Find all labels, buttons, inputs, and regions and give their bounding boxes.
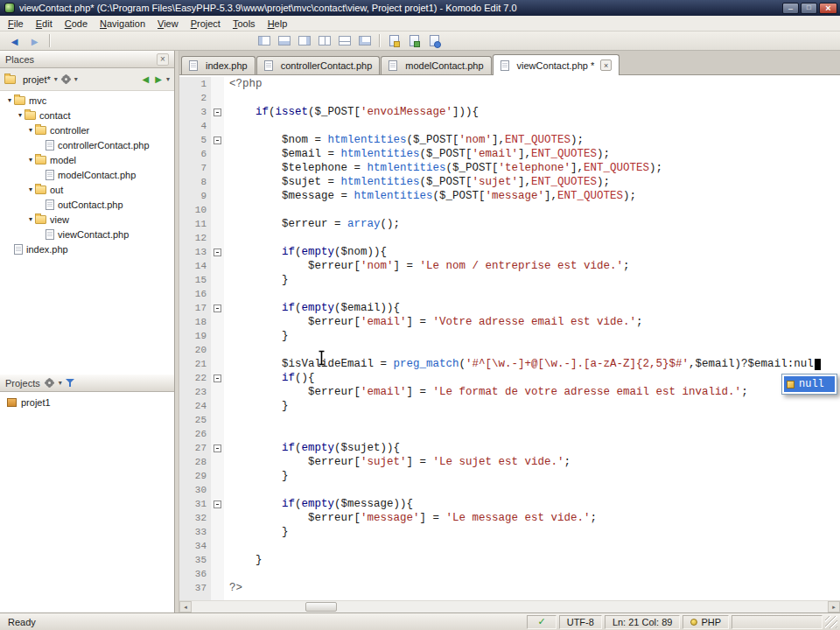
toggle-left-pane-button[interactable] xyxy=(255,33,273,49)
preview-browser-button[interactable] xyxy=(425,33,444,49)
tree-item-mvc[interactable]: mvc xyxy=(0,93,174,108)
chevron-down-icon[interactable] xyxy=(54,75,58,83)
code-text[interactable]: if(empty($email)){ xyxy=(224,301,400,315)
code-text[interactable]: } xyxy=(224,273,289,287)
code-text[interactable]: if(empty($message)){ xyxy=(224,497,413,511)
code-text[interactable]: } xyxy=(224,553,262,567)
code-text[interactable]: $email = htmlentities($_POST['email'],EN… xyxy=(224,147,610,161)
places-back-icon[interactable] xyxy=(141,74,151,84)
syntax-check-segment[interactable] xyxy=(527,615,556,629)
menu-project[interactable]: Project xyxy=(185,17,227,31)
tree-item-out[interactable]: out xyxy=(0,182,174,197)
code-text[interactable]: } xyxy=(224,329,289,343)
fold-marker-icon[interactable] xyxy=(214,108,221,116)
language-indicator[interactable]: PHP xyxy=(682,615,729,629)
fold-marker-icon[interactable] xyxy=(214,374,221,382)
split-horizontal-button[interactable] xyxy=(335,33,354,49)
code-text[interactable] xyxy=(224,483,229,497)
twisty-expanded-icon[interactable] xyxy=(26,186,35,193)
tree-item-outcontact-php[interactable]: outContact.php xyxy=(0,197,174,212)
code-text[interactable]: if(empty($nom)){ xyxy=(224,245,387,259)
chevron-down-icon[interactable] xyxy=(166,75,170,83)
code-text[interactable]: $isValideEmail = preg_match('#^[\w.-]+@[… xyxy=(224,357,821,371)
open-file-button[interactable] xyxy=(385,33,403,49)
tab-index-php[interactable]: index.php xyxy=(181,56,256,74)
twisty-expanded-icon[interactable] xyxy=(26,126,35,134)
autocomplete-item-null[interactable]: null xyxy=(784,376,835,392)
code-text[interactable]: $erreur['email'] = 'Votre adresse email … xyxy=(224,315,643,329)
tab-close-icon[interactable] xyxy=(600,60,612,71)
chevron-down-icon[interactable] xyxy=(74,75,78,83)
fold-marker-icon[interactable] xyxy=(214,304,221,312)
twisty-expanded-icon[interactable] xyxy=(26,215,35,223)
show-all-panes-button[interactable] xyxy=(355,33,374,49)
tree-item-controllercontact-php[interactable]: controllerContact.php xyxy=(0,137,174,152)
menu-navigation[interactable]: Navigation xyxy=(94,17,151,31)
code-text[interactable]: } xyxy=(224,469,289,483)
code-text[interactable] xyxy=(224,343,229,357)
menu-tools[interactable]: Tools xyxy=(227,17,262,31)
code-text[interactable]: $erreur['nom'] = 'Le nom / entreprise es… xyxy=(224,259,630,273)
code-editor[interactable]: 1<?php23 if(isset($_POST['envoiMessage']… xyxy=(179,77,840,600)
code-text[interactable] xyxy=(224,203,229,217)
maximize-button[interactable] xyxy=(801,3,817,14)
scroll-left-icon[interactable] xyxy=(179,601,192,612)
code-text[interactable]: $erreur['email'] = 'Le format de votre a… xyxy=(224,385,748,399)
tree-item-index-php[interactable]: index.php xyxy=(0,242,174,256)
code-text[interactable]: $erreur['message'] = 'Le message est vid… xyxy=(224,511,597,525)
code-text[interactable]: $telephone = htmlentities($_POST['teleph… xyxy=(224,161,662,175)
split-vertical-button[interactable] xyxy=(315,33,333,49)
encoding-indicator[interactable]: UTF-8 xyxy=(559,615,602,629)
project-item-projet1[interactable]: projet1 xyxy=(0,395,174,410)
save-file-button[interactable] xyxy=(405,33,424,49)
scrollbar-thumb[interactable] xyxy=(305,602,337,612)
close-button[interactable] xyxy=(819,3,837,14)
scroll-right-icon[interactable] xyxy=(828,601,840,612)
tab-modelcontact-php[interactable]: modelContact.php xyxy=(381,56,491,74)
tree-item-controller[interactable]: controller xyxy=(0,122,174,137)
code-text[interactable] xyxy=(224,91,229,105)
code-text[interactable] xyxy=(224,119,229,133)
menu-edit[interactable]: Edit xyxy=(30,17,59,31)
chevron-down-icon[interactable] xyxy=(59,379,62,387)
code-text[interactable]: if(isset($_POST['envoiMessage'])){ xyxy=(224,105,479,119)
twisty-expanded-icon[interactable] xyxy=(5,96,14,104)
code-text[interactable] xyxy=(224,427,229,441)
code-text[interactable]: <?php xyxy=(224,77,262,91)
twisty-expanded-icon[interactable] xyxy=(26,156,35,164)
code-text[interactable]: ?> xyxy=(224,581,242,595)
toggle-right-pane-button[interactable] xyxy=(295,33,313,49)
filter-icon[interactable] xyxy=(66,378,75,388)
fold-marker-icon[interactable] xyxy=(214,136,221,144)
code-text[interactable]: $message = htmlentities($_POST['message'… xyxy=(224,189,636,203)
tree-item-view[interactable]: view xyxy=(0,212,174,227)
code-text[interactable]: if(empty($sujet)){ xyxy=(224,441,400,455)
fold-marker-icon[interactable] xyxy=(214,444,221,452)
code-text[interactable]: if(){ xyxy=(224,371,315,385)
tree-item-model[interactable]: model xyxy=(0,152,174,167)
code-text[interactable] xyxy=(224,231,229,245)
code-text[interactable]: $sujet = htmlentities($_POST['sujet'],EN… xyxy=(224,175,610,189)
back-button[interactable] xyxy=(5,33,24,49)
fold-marker-icon[interactable] xyxy=(214,248,221,256)
menu-file[interactable]: File xyxy=(2,17,30,31)
forward-button[interactable] xyxy=(25,33,44,49)
tab-controllercontact-php[interactable]: controllerContact.php xyxy=(256,56,381,74)
code-text[interactable] xyxy=(224,539,229,553)
code-text[interactable]: } xyxy=(224,525,289,539)
code-text[interactable]: $nom = htmlentities($_POST['nom'],ENT_QU… xyxy=(224,133,584,147)
tree-item-viewcontact-php[interactable]: viewContact.php xyxy=(0,227,174,242)
twisty-expanded-icon[interactable] xyxy=(16,111,24,119)
tab-viewcontact-php[interactable]: viewContact.php * xyxy=(493,54,620,75)
code-text[interactable]: } xyxy=(224,399,289,413)
menu-view[interactable]: View xyxy=(151,17,185,31)
code-text[interactable] xyxy=(224,413,229,427)
code-text[interactable]: $erreur = array(); xyxy=(224,217,400,231)
places-forward-icon[interactable] xyxy=(153,74,164,84)
tree-item-modelcontact-php[interactable]: modelContact.php xyxy=(0,167,174,182)
places-close-icon[interactable] xyxy=(157,53,169,66)
code-text[interactable] xyxy=(224,287,229,301)
gear-icon[interactable] xyxy=(62,75,70,83)
code-text[interactable] xyxy=(224,567,229,581)
toggle-bottom-pane-button[interactable] xyxy=(275,33,293,49)
